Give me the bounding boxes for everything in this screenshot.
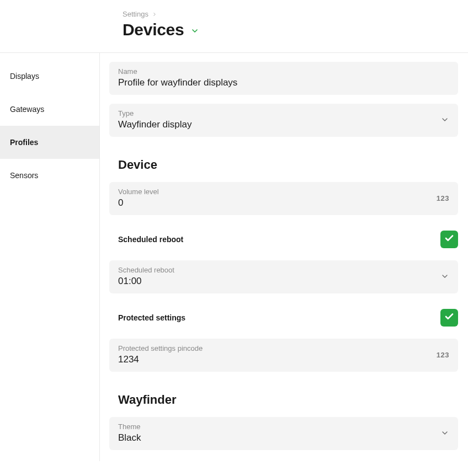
check-icon	[444, 312, 454, 324]
name-field[interactable]: Name Profile for wayfinder displays	[109, 62, 458, 95]
scheduled-reboot-toggle-row: Scheduled reboot	[109, 224, 458, 255]
page-title: Devices	[123, 20, 184, 39]
scheduled-reboot-toggle-label: Scheduled reboot	[118, 235, 183, 244]
scheduled-reboot-toggle[interactable]	[440, 231, 458, 248]
chevron-right-icon	[152, 12, 157, 17]
sidebar-item-sensors[interactable]: Sensors	[0, 159, 99, 192]
protected-settings-pin-value: 1234	[118, 354, 437, 365]
sidebar-item-displays[interactable]: Displays	[0, 60, 99, 93]
sidebar-item-gateways[interactable]: Gateways	[0, 93, 99, 126]
breadcrumb-parent[interactable]: Settings	[123, 10, 148, 18]
theme-label: Theme	[118, 422, 440, 431]
protected-settings-pin-label: Protected settings pincode	[118, 344, 437, 352]
theme-field[interactable]: Theme Black	[109, 417, 458, 450]
section-title-device: Device	[118, 158, 458, 172]
chevron-down-icon	[440, 115, 449, 124]
check-icon	[444, 233, 454, 245]
name-value: Profile for wayfinder displays	[118, 77, 449, 88]
sidebar: Displays Gateways Profiles Sensors	[0, 53, 100, 461]
page-header: Settings Devices	[0, 0, 468, 53]
protected-settings-toggle[interactable]	[440, 309, 458, 327]
protected-settings-toggle-row: Protected settings	[109, 302, 458, 333]
volume-label: Volume level	[118, 188, 437, 196]
chevron-down-icon	[440, 272, 449, 281]
type-field[interactable]: Type Wayfinder display	[109, 104, 458, 137]
name-label: Name	[118, 67, 449, 76]
section-title-wayfinder: Wayfinder	[118, 393, 458, 407]
numeric-type-badge: 123	[437, 351, 449, 359]
layout: Displays Gateways Profiles Sensors Name …	[0, 53, 468, 461]
breadcrumb: Settings	[123, 10, 468, 18]
main-content: Name Profile for wayfinder displays Type…	[100, 53, 468, 461]
theme-value: Black	[118, 432, 440, 443]
type-value: Wayfinder display	[118, 119, 440, 130]
protected-settings-toggle-label: Protected settings	[118, 313, 185, 322]
volume-field[interactable]: Volume level 0 123	[109, 182, 458, 215]
title-row: Devices	[123, 20, 468, 39]
chevron-down-icon[interactable]	[190, 24, 199, 35]
scheduled-reboot-time-label: Scheduled reboot	[118, 266, 440, 274]
sidebar-item-profiles[interactable]: Profiles	[0, 126, 99, 159]
numeric-type-badge: 123	[437, 194, 449, 202]
scheduled-reboot-time-value: 01:00	[118, 276, 440, 287]
type-label: Type	[118, 109, 440, 117]
protected-settings-pin-field[interactable]: Protected settings pincode 1234 123	[109, 339, 458, 372]
chevron-down-icon	[440, 429, 449, 437]
scheduled-reboot-time-field[interactable]: Scheduled reboot 01:00	[109, 260, 458, 293]
volume-value: 0	[118, 197, 437, 208]
